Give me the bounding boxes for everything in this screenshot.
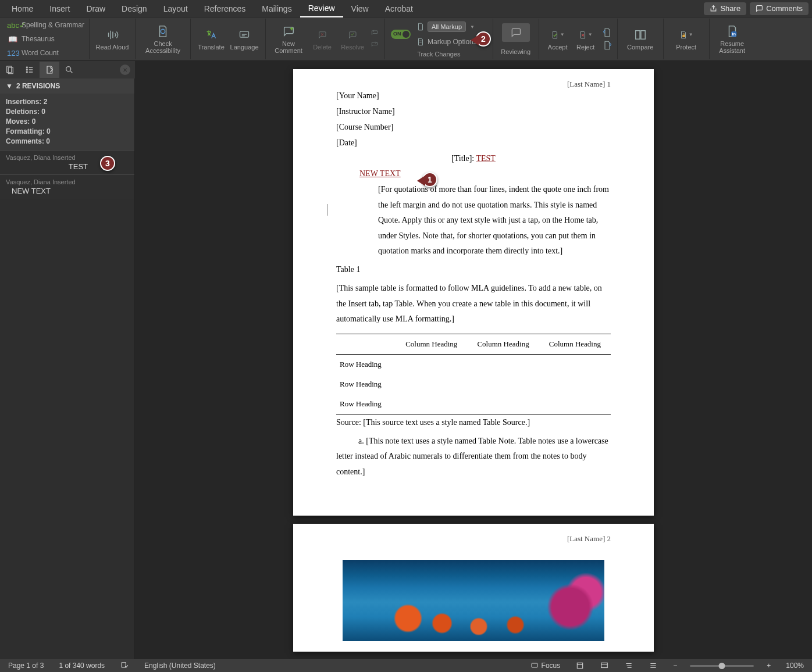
doc-title-prefix: [Title]: [451,154,476,163]
compare-button[interactable]: Compare [622,28,658,51]
document-canvas[interactable]: [Last Name] 1 [Your Name] [Instructor Na… [135,61,812,659]
translate-label: Translate [198,44,224,51]
svg-rect-2 [682,35,685,37]
wordcount-label: Word Count [22,49,59,57]
menu-bar: Home Insert Draw Design Layout Reference… [0,0,812,17]
svg-point-8 [26,69,27,70]
thesaurus-label: Thesaurus [22,35,55,43]
markup-doc-icon [416,23,425,31]
panel-tab-list-icon[interactable] [20,62,40,78]
resume-assistant-button[interactable]: in Resume Assistant [714,24,750,54]
revisions-header[interactable]: ▼2 REVISIONS [0,78,134,94]
reviewing-pane-icon [509,26,523,40]
view-draft-icon[interactable] [646,662,660,670]
zoom-knob[interactable] [719,663,725,669]
zoom-in-button[interactable]: + [764,662,773,670]
svg-point-9 [26,72,27,73]
reject-button[interactable]: ▼ Reject [572,28,600,51]
view-web-icon[interactable] [597,662,611,670]
doc-course[interactable]: [Course Number] [336,123,611,132]
tab-home[interactable]: Home [3,0,41,17]
next-comment-icon [369,41,380,49]
accept-icon: ▼ [551,28,565,42]
toggle-on-label: ON [393,31,401,37]
thesaurus-button[interactable]: 📖Thesaurus [6,33,86,45]
panel-tab-revisions-icon[interactable] [40,62,59,78]
doc-table-label[interactable]: Table 1 [336,265,611,274]
revision-item[interactable]: Vasquez, Diana Inserted NEW TEXT [0,174,134,199]
reviewing-pane-button[interactable]: Reviewing [498,23,534,55]
document-page-1[interactable]: [Last Name] 1 [Your Name] [Instructor Na… [293,69,654,516]
focus-mode-button[interactable]: Focus [528,662,563,670]
stat-comments: Comments: 0 [6,137,129,146]
tab-view[interactable]: View [343,0,377,17]
tab-mailings[interactable]: Mailings [254,0,300,17]
panel-tab-pages-icon[interactable] [0,62,20,78]
doc-your-name[interactable]: [Your Name] [336,91,611,101]
tab-review[interactable]: Review [300,0,343,17]
accept-button[interactable]: ▼ Accept [544,28,572,51]
doc-new-text-insertion[interactable]: NEW TEXT [359,169,611,178]
doc-source[interactable]: Source: [This source text uses a style n… [336,418,611,427]
delete-comment-label: Delete [313,44,332,51]
tab-acrobat[interactable]: Acrobat [377,0,421,17]
status-page[interactable]: Page 1 of 3 [6,662,46,670]
prev-comment-icon [369,29,380,37]
markup-options-icon [416,38,425,46]
doc-note[interactable]: a. [This note text uses a style named Ta… [336,437,608,476]
read-aloud-label: Read Aloud [96,44,129,51]
language-button[interactable]: Language [228,28,261,51]
page-header: [Last Name] 1 [567,80,611,89]
tab-references[interactable]: References [196,0,254,17]
document-page-2[interactable]: [Last Name] 2 [293,524,654,652]
view-print-icon[interactable] [573,662,587,670]
tab-insert[interactable]: Insert [41,0,78,17]
zoom-slider[interactable] [690,665,754,667]
check-accessibility-button[interactable]: Check Accessibility [140,24,186,54]
panel-close-button[interactable]: ✕ [120,65,130,75]
view-outline-icon[interactable] [622,662,636,670]
doc-table-caption[interactable]: [This sample table is formatted to follo… [336,281,611,327]
doc-instructor[interactable]: [Instructor Name] [336,107,611,116]
prev-change-icon[interactable] [602,28,612,37]
revision-user: Vasquez, Diana Inserted [6,178,129,185]
zoom-level[interactable]: 100% [783,662,806,670]
protect-button[interactable]: ▼ Protect [668,28,704,51]
read-aloud-button[interactable]: Read Aloud [94,28,130,51]
status-spellcheck-icon[interactable] [117,662,131,670]
doc-date[interactable]: [Date] [336,138,611,148]
zoom-out-button[interactable]: − [671,662,679,670]
word-count-button[interactable]: 123Word Count [6,47,86,59]
revision-text: NEW TEXT [6,185,129,195]
doc-title-line[interactable]: [Title]: TEST [336,154,611,163]
language-label: Language [230,44,259,51]
tab-layout[interactable]: Layout [155,0,196,17]
resume-assistant-label: Resume Assistant [714,40,750,54]
doc-table[interactable]: Column HeadingColumn HeadingColumn Headi… [336,334,611,414]
new-comment-button[interactable]: New Comment [270,24,307,54]
share-button[interactable]: Share [704,2,746,15]
tab-design[interactable]: Design [113,0,155,17]
translate-button[interactable]: Translate [195,28,227,51]
triangle-down-icon: ▼ [6,82,13,90]
annotation-callout-2: 2 [476,31,491,47]
svg-point-7 [26,67,27,68]
svg-point-0 [161,29,165,33]
track-changes-toggle[interactable]: ON [391,30,411,39]
next-change-icon[interactable] [602,41,612,50]
table-col-heading: Column Heading [396,334,467,354]
annotation-callout-3: 3 [100,156,115,171]
spelling-grammar-button[interactable]: abc✓Spelling & Grammar [6,19,86,31]
stat-formatting: Formatting: 0 [6,127,129,137]
status-words[interactable]: 1 of 340 words [56,662,107,670]
comments-button[interactable]: Comments [750,2,809,15]
stat-moves: Moves: 0 [6,117,129,127]
doc-image-underwater[interactable] [343,560,604,641]
panel-tab-search-icon[interactable] [59,62,79,78]
close-icon: ✕ [123,67,127,73]
status-language[interactable]: English (United States) [142,662,218,670]
resolve-comment-label: Resolve [341,44,364,51]
doc-quote[interactable]: [For quotations of more than four lines,… [378,182,611,259]
tab-draw[interactable]: Draw [78,0,113,17]
read-aloud-icon [105,28,119,42]
